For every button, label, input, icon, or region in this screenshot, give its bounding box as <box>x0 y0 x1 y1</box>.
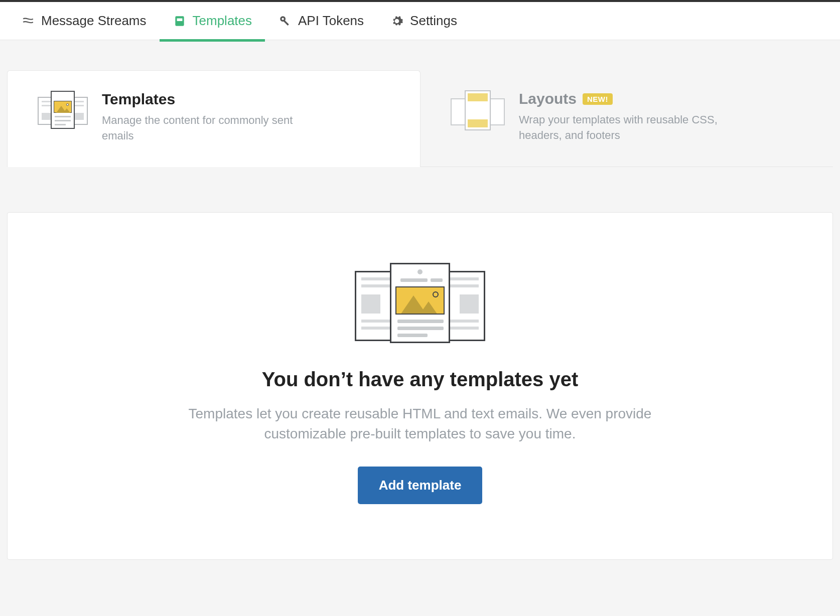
sub-tab-desc: Manage the content for commonly sent ema… <box>102 113 318 144</box>
streams-icon <box>21 14 35 28</box>
gear-icon <box>390 14 404 28</box>
empty-state-title: You don’t have any templates yet <box>28 368 812 391</box>
sub-tab-layouts[interactable]: Layouts NEW! Wrap your templates with re… <box>421 70 833 167</box>
add-template-button[interactable]: Add template <box>358 467 483 504</box>
templates-illustration-icon <box>38 91 88 129</box>
key-icon <box>278 14 292 28</box>
nav-label: Templates <box>193 13 252 29</box>
sub-tab-title: Templates <box>102 91 175 108</box>
layouts-illustration-icon <box>451 90 505 130</box>
nav-message-streams[interactable]: Message Streams <box>8 1 160 41</box>
sub-tab-templates[interactable]: Templates Manage the content for commonl… <box>7 70 421 167</box>
nav-settings[interactable]: Settings <box>377 1 470 41</box>
empty-state-desc: Templates let you create reusable HTML a… <box>179 404 661 444</box>
new-badge: NEW! <box>583 93 613 105</box>
sub-tab-desc: Wrap your templates with reusable CSS, h… <box>519 112 735 143</box>
empty-state-illustration <box>28 263 812 343</box>
templates-panel: You don’t have any templates yet Templat… <box>7 212 833 560</box>
nav-label: Message Streams <box>41 13 147 29</box>
sub-tab-title: Layouts <box>519 90 577 107</box>
templates-icon <box>173 14 187 28</box>
nav-label: Settings <box>410 13 457 29</box>
svg-point-6 <box>395 19 399 23</box>
sub-tabs: Templates Manage the content for commonl… <box>7 70 833 167</box>
svg-rect-1 <box>177 18 182 21</box>
top-nav: Message Streams Templates API Tokens <box>0 0 840 40</box>
svg-point-3 <box>282 18 284 20</box>
nav-templates[interactable]: Templates <box>160 1 265 41</box>
nav-api-tokens[interactable]: API Tokens <box>265 1 377 41</box>
nav-label: API Tokens <box>298 13 364 29</box>
